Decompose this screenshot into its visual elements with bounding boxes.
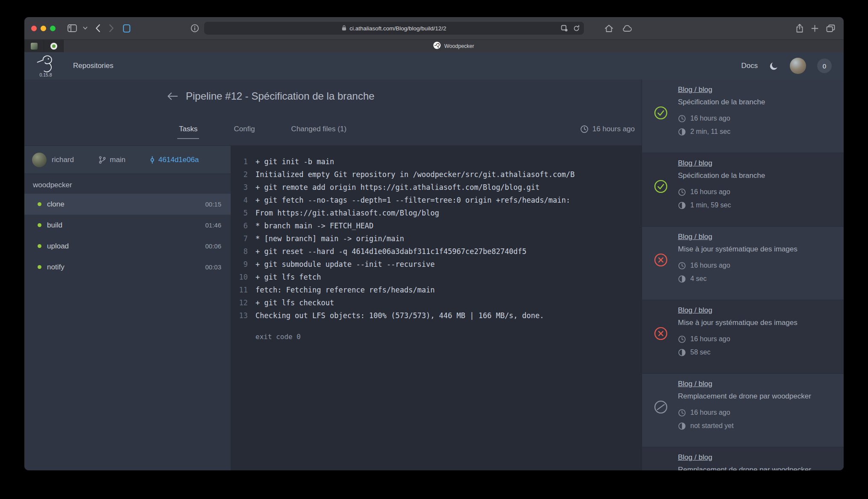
reload-icon[interactable]	[573, 25, 580, 32]
pipeline-duration: 4 sec	[690, 275, 707, 283]
step-build[interactable]: build 01:46	[24, 215, 231, 236]
minimize-window-button[interactable]	[41, 26, 46, 31]
commit-hash-link[interactable]: 4614d1e06a	[158, 156, 199, 164]
log-line: 8+ git reset --hard -q 4614d1e06a3dabf31…	[231, 245, 642, 258]
commit-icon	[150, 156, 155, 164]
pipeline-repo-link[interactable]: Blog / blog	[678, 380, 712, 388]
pipeline-tabs: Tasks Config Changed files (1) 16 hours …	[24, 113, 642, 146]
step-upload[interactable]: upload 00:06	[24, 236, 231, 257]
step-success-dot	[38, 223, 41, 227]
duration-icon	[678, 201, 686, 210]
new-tab-icon[interactable]	[811, 25, 818, 32]
blue-page-icon[interactable]	[123, 24, 131, 33]
pipeline-time: 16 hours ago	[690, 335, 730, 343]
duration-icon	[678, 128, 686, 136]
tab-strip: Woodpecker	[24, 39, 844, 52]
share-icon[interactable]	[796, 24, 803, 33]
woodpecker-favicon	[433, 41, 441, 50]
pipeline-repo-link[interactable]: Blog / blog	[678, 306, 712, 315]
log-line-number: 8	[231, 245, 248, 258]
pipeline-entry[interactable]: Blog / blog Mise à jour systématique des…	[642, 227, 844, 300]
log-line-number: 2	[231, 168, 248, 181]
chevron-down-icon[interactable]	[83, 27, 88, 30]
author-name: richard	[52, 156, 74, 164]
dark-mode-moon-icon[interactable]	[769, 61, 779, 71]
pipeline-message: Remplacement de drone par woodpecker	[678, 466, 835, 470]
log-line-text: + git reset --hard -q 4614d1e06a3dabf311…	[255, 245, 527, 258]
step-success-dot	[38, 202, 41, 206]
log-line-text: From https://git.athaliasoft.com/Blog/bl…	[255, 207, 439, 219]
step-duration: 01:46	[205, 221, 221, 229]
home-icon[interactable]	[604, 24, 613, 32]
address-bar[interactable]: ci.athaliasoft.com/Blog/blog/build/12/2	[204, 22, 584, 35]
step-duration: 00:03	[205, 263, 221, 271]
nav-repositories-link[interactable]: Repositories	[73, 62, 114, 70]
step-success-dot	[38, 265, 41, 269]
pipeline-title: Pipeline #12 - Spécification de la branc…	[186, 90, 375, 102]
notification-count-badge[interactable]: 0	[817, 59, 832, 73]
log-line-text: + git init -b main	[255, 155, 334, 168]
clock-icon	[678, 335, 686, 343]
pipeline-duration: not started yet	[690, 422, 733, 430]
cloud-icon[interactable]	[622, 25, 632, 32]
pipeline-entry[interactable]: Blog / blog Remplacement de drone par wo…	[642, 374, 844, 447]
tab-changed-files[interactable]: Changed files (1)	[291, 125, 346, 133]
user-avatar[interactable]	[790, 58, 806, 74]
zoom-window-button[interactable]	[50, 26, 56, 31]
content-blocker-icon[interactable]	[561, 25, 568, 32]
pinned-tab-1-favicon	[31, 43, 38, 50]
clock-icon	[678, 409, 686, 417]
active-tab[interactable]: Woodpecker	[64, 40, 844, 52]
privacy-info-icon[interactable]	[191, 24, 199, 32]
log-line: 12+ git lfs checkout	[231, 296, 642, 309]
tab-overview-icon[interactable]	[826, 24, 835, 32]
log-line-text: + git lfs checkout	[255, 296, 334, 309]
pipeline-entry[interactable]: Blog / blog Spécification de la branche …	[642, 153, 844, 227]
pipeline-repo-link[interactable]: Blog / blog	[678, 233, 712, 241]
clock-icon	[580, 125, 589, 133]
pipeline-entry[interactable]: Blog / blog Remplacement de drone par wo…	[642, 447, 844, 470]
pipeline-list-sidebar: Blog / blog Spécification de la branche …	[642, 80, 844, 470]
pipeline-repo-link[interactable]: Blog / blog	[678, 86, 712, 94]
log-line-number: 3	[231, 181, 248, 194]
step-success-dot	[38, 244, 41, 248]
clock-icon	[678, 188, 686, 196]
log-line: 9+ git submodule update --init --recursi…	[231, 258, 642, 271]
pipeline-entry[interactable]: Blog / blog Spécification de la branche …	[642, 80, 844, 153]
log-line-number: 11	[231, 283, 248, 296]
log-line-number: 1	[231, 155, 248, 168]
log-line: 2Initialized empty Git repository in /wo…	[231, 168, 642, 181]
pipeline-repo-link[interactable]: Blog / blog	[678, 453, 712, 462]
close-window-button[interactable]	[31, 26, 37, 31]
back-button[interactable]	[95, 24, 100, 32]
pipeline-repo-link[interactable]: Blog / blog	[678, 159, 712, 168]
commit-meta-row: richard main 4614	[24, 146, 231, 174]
tab-tasks[interactable]: Tasks	[179, 125, 197, 133]
app-version: 0.15.8	[39, 72, 52, 77]
back-arrow-icon[interactable]	[167, 92, 178, 100]
pinned-tab-2[interactable]	[44, 40, 64, 52]
window-controls	[31, 26, 56, 31]
forward-button[interactable]	[109, 24, 114, 32]
log-line: 5From https://git.athaliasoft.com/Blog/b…	[231, 207, 642, 219]
tab-config[interactable]: Config	[234, 125, 255, 133]
log-line-number: 6	[231, 219, 248, 232]
pipeline-time: 16 hours ago	[690, 409, 730, 416]
step-notify[interactable]: notify 00:03	[24, 257, 231, 278]
tab-title: Woodpecker	[444, 43, 474, 49]
nav-docs-link[interactable]: Docs	[741, 62, 758, 70]
log-line-number: 5	[231, 207, 248, 219]
desktop-background: ci.athaliasoft.com/Blog/blog/build/12/2	[0, 0, 868, 499]
step-clone[interactable]: clone 00:15	[24, 194, 231, 215]
log-line-text: * branch main -> FETCH_HEAD	[255, 219, 373, 232]
log-line: 13Checking out LFS objects: 100% (573/57…	[231, 309, 642, 322]
sidebar-toggle-icon[interactable]	[67, 24, 77, 32]
log-line: 10+ git lfs fetch	[231, 271, 642, 283]
log-line-number: 13	[231, 309, 248, 322]
pinned-tab-1[interactable]	[24, 40, 44, 52]
pipeline-entry[interactable]: Blog / blog Mise à jour systématique des…	[642, 300, 844, 374]
author-avatar	[32, 153, 47, 167]
status-failure-icon	[654, 253, 668, 267]
woodpecker-logo[interactable]: 0.15.8	[36, 54, 55, 77]
log-line-text: Initialized empty Git repository in /woo…	[255, 168, 575, 181]
